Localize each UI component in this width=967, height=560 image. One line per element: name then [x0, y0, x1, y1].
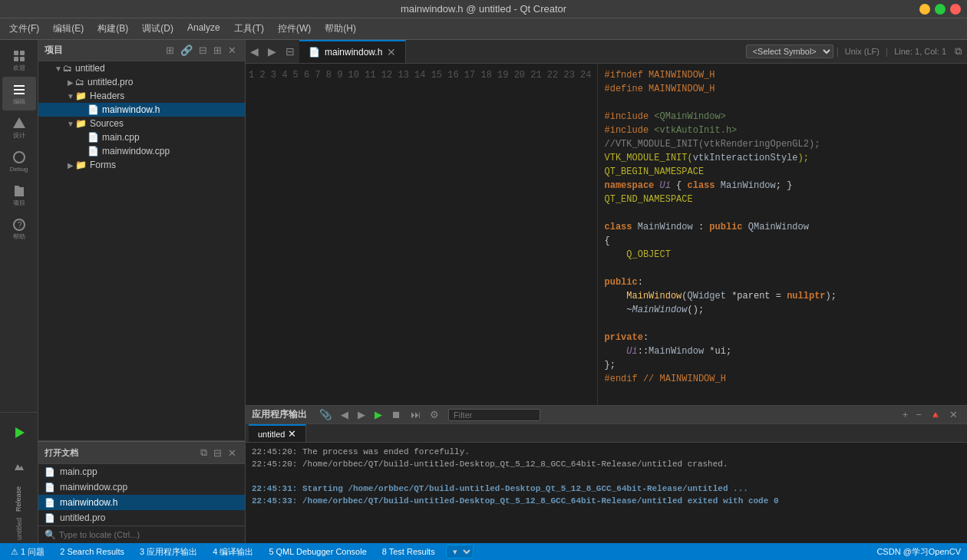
- tree-item-mainwindow-cpp[interactable]: 📄 mainwindow.cpp: [38, 144, 245, 158]
- doc-item-mainwindow-cpp[interactable]: 📄 mainwindow.cpp: [38, 479, 245, 495]
- tab-menu-button[interactable]: ⊟: [281, 42, 299, 61]
- sidebar-item-project[interactable]: 项目: [2, 178, 36, 212]
- menu-item-t[interactable]: 工具(T): [228, 20, 270, 38]
- svg-rect-3: [20, 57, 25, 61]
- open-docs-header: 打开文档 ⧉ ⊟ ✕: [38, 441, 245, 464]
- link-button[interactable]: 🔗: [178, 43, 195, 58]
- doc-item-untitled-pro[interactable]: 📄 untitled.pro: [38, 510, 245, 525]
- close-all-button[interactable]: ⊟: [211, 445, 224, 460]
- svg-rect-1: [20, 51, 25, 55]
- svg-marker-7: [15, 427, 25, 438]
- tab-mainwindow-h[interactable]: 📄 mainwindow.h ✕: [299, 40, 406, 63]
- svg-point-4: [14, 152, 25, 163]
- tree-item-untitled-pro[interactable]: ▶ 🗂 untitled.pro: [38, 75, 245, 89]
- output-collapse-button[interactable]: −: [913, 407, 925, 422]
- titlebar-title: mainwindow.h @ untitled - Qt Creator: [401, 3, 566, 15]
- search-icon: 🔍: [45, 529, 56, 540]
- sidebar-item-design[interactable]: 设计: [2, 110, 36, 144]
- output-stop2-button[interactable]: ⏭: [408, 407, 424, 422]
- status-compile[interactable]: 4 编译输出: [208, 545, 258, 558]
- filter-button[interactable]: ⊞: [163, 43, 177, 58]
- tree-item-mainwindow-h[interactable]: 📄 mainwindow.h: [38, 103, 245, 117]
- output-line: [252, 470, 961, 483]
- close-open-docs-button[interactable]: ✕: [226, 445, 239, 460]
- output-nav: + − 🔺 ✕: [899, 407, 961, 422]
- status-right-text: CSDN @学习OpenCV: [876, 546, 961, 558]
- menu-item-analyze[interactable]: Analyze: [181, 20, 226, 38]
- output-run-button[interactable]: ▶: [371, 407, 385, 422]
- tab-prev-button[interactable]: ◀: [246, 42, 263, 61]
- tree-item-sources[interactable]: ▼ 📁 Sources: [38, 117, 245, 130]
- symbol-selector[interactable]: <Select Symbol>: [746, 44, 833, 58]
- split-button[interactable]: ⧉: [198, 445, 210, 460]
- sidebar-item-edit[interactable]: 编辑: [2, 77, 36, 110]
- status-search[interactable]: 2 Search Results: [55, 546, 129, 557]
- locate-input[interactable]: [59, 530, 239, 539]
- tree-item-forms[interactable]: ▶ 📁 Forms: [38, 158, 245, 172]
- svg-rect-2: [14, 57, 18, 61]
- tree-item-main-cpp[interactable]: 📄 main.cpp: [38, 130, 245, 144]
- output-close-button[interactable]: ✕: [946, 407, 961, 422]
- status-bar: ⚠ 1 问题 2 Search Results 3 应用程序输出 4 编译输出 …: [0, 543, 967, 560]
- line-numbers: 1 2 3 4 5 6 7 8 9 10 11 12 13 14 15 16 1…: [246, 64, 598, 405]
- open-docs-section: 打开文档 ⧉ ⊟ ✕ 📄 main.cpp 📄 mainwindow.cpp 📄: [38, 440, 245, 525]
- doc-item-mainwindow-h[interactable]: 📄 mainwindow.h: [38, 495, 245, 510]
- locate-bar: 🔍: [38, 525, 245, 543]
- menu-item-w[interactable]: 控件(W): [272, 20, 317, 38]
- status-problems[interactable]: ⚠ 1 问题: [6, 545, 49, 558]
- sidebar-item-welcome[interactable]: 欢迎: [2, 43, 36, 77]
- output-stop-button[interactable]: ⏹: [388, 407, 404, 422]
- output-panel-header: 应用程序输出 📎 ◀ ▶ ▶ ⏹ ⏭ ⚙ + − 🔺 ✕: [246, 406, 967, 424]
- menu-item-h[interactable]: 帮助(H): [318, 20, 362, 38]
- sidebar-item-help[interactable]: ? 帮助: [2, 212, 36, 245]
- output-line: 22:45:33: /home/orbbec/QT/build-untitled…: [252, 495, 961, 507]
- titlebar: mainwindow.h @ untitled - Qt Creator: [0, 0, 967, 18]
- split-editor-button[interactable]: ⧉: [952, 44, 964, 59]
- tab-next-button[interactable]: ▶: [263, 42, 281, 61]
- output-attach-button[interactable]: 📎: [316, 407, 335, 422]
- collapse-button[interactable]: ⊟: [196, 43, 210, 58]
- code-content[interactable]: #ifndef MAINWINDOW_H #define MAINWINDOW_…: [598, 64, 967, 405]
- status-qml[interactable]: 5 QML Debugger Console: [264, 546, 371, 557]
- output-maximize-button[interactable]: 🔺: [926, 407, 945, 422]
- tree-item-headers[interactable]: ▼ 📁 Headers: [38, 89, 245, 103]
- minimize-button[interactable]: [919, 4, 930, 15]
- close-button[interactable]: [950, 4, 961, 15]
- run-button[interactable]: [2, 416, 36, 450]
- output-tab-bar: untitled ✕: [246, 424, 967, 443]
- expand-button[interactable]: ⊞: [211, 43, 224, 58]
- menu-item-e[interactable]: 编辑(E): [47, 20, 90, 38]
- maximize-button[interactable]: [935, 4, 946, 15]
- svg-text:?: ?: [18, 221, 22, 229]
- output-content: 22:45:20: The process was ended forceful…: [246, 443, 967, 543]
- open-docs-toolbar: ⧉ ⊟ ✕: [198, 445, 239, 460]
- status-dropdown[interactable]: ▾: [446, 545, 474, 558]
- output-expand-button[interactable]: +: [899, 407, 912, 422]
- output-next-button[interactable]: ▶: [355, 407, 368, 422]
- build-button[interactable]: [2, 450, 36, 483]
- release-label: Release: [15, 486, 22, 512]
- output-tab-close[interactable]: ✕: [288, 428, 296, 440]
- close-panel-button[interactable]: ✕: [226, 43, 239, 58]
- menu-item-d[interactable]: 调试(D): [136, 20, 180, 38]
- status-app-output[interactable]: 3 应用程序输出: [135, 545, 202, 558]
- tab-bar: ◀ ▶ ⊟ 📄 mainwindow.h ✕ <Select Symbol> |…: [246, 40, 967, 64]
- output-panel-title: 应用程序输出: [252, 408, 307, 421]
- output-tab-untitled[interactable]: untitled ✕: [249, 424, 306, 442]
- position-label: Line: 1, Col: 1: [891, 47, 949, 56]
- tree-item-untitled[interactable]: ▼ 🗂 untitled: [38, 61, 245, 75]
- output-line: 22:45:31: Starting /home/orbbec/QT/build…: [252, 483, 961, 495]
- output-prev-button[interactable]: ◀: [338, 407, 351, 422]
- svg-rect-0: [14, 51, 18, 55]
- sidebar: 欢迎 编辑 设计 Debug 项目 ? 帮助: [0, 40, 38, 543]
- status-test[interactable]: 8 Test Results: [378, 546, 440, 557]
- output-settings-button[interactable]: ⚙: [427, 407, 442, 422]
- release-section: Release: [15, 483, 23, 515]
- output-filter-input[interactable]: [448, 409, 540, 421]
- tab-close-button[interactable]: ✕: [387, 47, 396, 58]
- doc-item-main-cpp[interactable]: 📄 main.cpp: [38, 464, 245, 479]
- output-panel: 应用程序输出 📎 ◀ ▶ ▶ ⏹ ⏭ ⚙ + − 🔺 ✕ untitled: [246, 405, 967, 543]
- sidebar-item-debug[interactable]: Debug: [2, 144, 36, 178]
- menu-item-b[interactable]: 构建(B): [91, 20, 134, 38]
- menu-item-f[interactable]: 文件(F): [3, 20, 45, 38]
